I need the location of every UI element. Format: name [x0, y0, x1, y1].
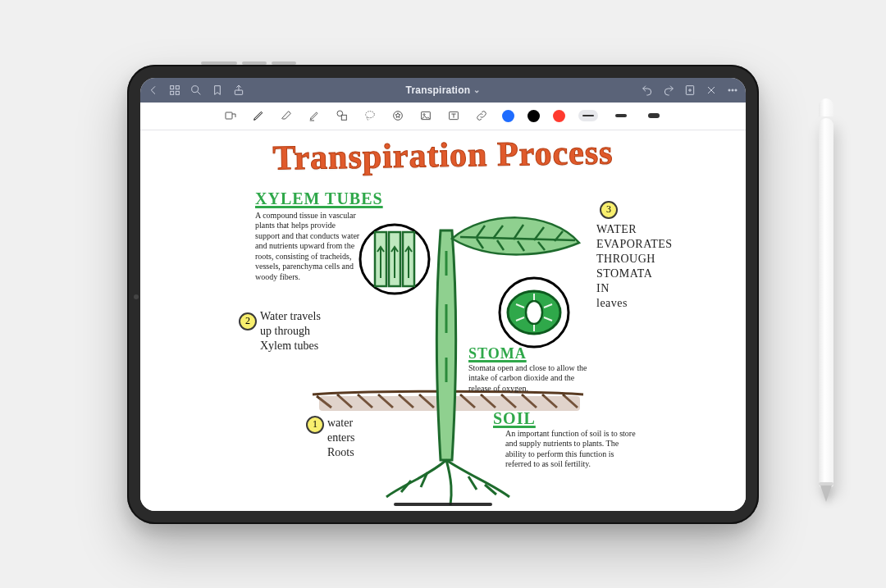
more-icon[interactable]	[726, 84, 739, 97]
stroke-medium[interactable]	[611, 110, 631, 121]
undo-icon[interactable]	[641, 84, 654, 97]
lasso-tool-icon[interactable]	[363, 108, 377, 123]
xylem-heading: XYLEM TUBES	[255, 189, 383, 208]
svg-point-13	[732, 89, 733, 90]
search-icon[interactable]	[190, 84, 203, 97]
svg-rect-6	[235, 90, 242, 94]
step-1-text: water enters Roots	[327, 416, 409, 461]
stoma-body: Stomata open and close to allow the inta…	[468, 363, 591, 394]
step-1-badge: 1	[306, 416, 324, 434]
eraser-tool-icon[interactable]	[279, 108, 294, 123]
back-icon[interactable]	[147, 84, 160, 97]
svg-rect-1	[176, 85, 179, 89]
shape-tool-icon[interactable]	[335, 108, 349, 123]
svg-point-19	[365, 112, 374, 118]
document-title-text: Transpiration	[406, 84, 471, 96]
stroke-thin[interactable]	[578, 110, 598, 121]
note-illustration	[140, 130, 746, 511]
step-3-text: WATER EVAPORATES THROUGH STOMATA IN leav…	[596, 222, 695, 312]
link-tool-icon[interactable]	[474, 108, 489, 123]
color-swatch-black[interactable]	[527, 110, 540, 122]
ipad-device-frame: Transpiration ⌄	[127, 65, 759, 524]
ipad-hardware-buttons	[201, 62, 296, 65]
stroke-thick[interactable]	[644, 110, 664, 121]
grid-icon[interactable]	[168, 84, 181, 97]
step-2-badge: 2	[239, 312, 257, 330]
step-2-text: Water travels up through Xylem tubes	[260, 309, 367, 354]
titlebar: Transpiration ⌄	[140, 78, 746, 103]
apple-pencil	[819, 98, 833, 508]
soil-heading: SOIL	[493, 409, 536, 428]
svg-rect-0	[171, 85, 174, 89]
toolbar	[140, 103, 746, 130]
svg-point-4	[192, 85, 199, 92]
svg-rect-2	[171, 91, 174, 94]
svg-line-5	[198, 92, 200, 94]
svg-point-34	[526, 301, 542, 324]
text-tool-icon[interactable]	[446, 108, 461, 123]
svg-rect-15	[226, 112, 232, 119]
step-1-number: 1	[313, 418, 317, 431]
step-3-badge: 3	[600, 201, 618, 219]
color-swatch-blue[interactable]	[502, 110, 514, 122]
svg-point-14	[735, 89, 737, 90]
share-icon[interactable]	[232, 84, 245, 97]
elements-tool-icon[interactable]	[390, 108, 405, 123]
pen-tool-icon[interactable]	[251, 108, 266, 123]
svg-rect-18	[341, 115, 346, 120]
svg-point-22	[423, 114, 425, 116]
image-tool-icon[interactable]	[418, 108, 433, 123]
close-icon[interactable]	[705, 84, 718, 97]
step-3-number: 3	[606, 203, 611, 216]
document-title[interactable]: Transpiration ⌄	[250, 84, 636, 96]
chevron-down-icon: ⌄	[473, 85, 480, 94]
xylem-body: A compound tissue in vascular plants tha…	[255, 211, 362, 283]
add-page-icon[interactable]	[683, 84, 696, 97]
ipad-front-camera	[134, 294, 139, 299]
redo-icon[interactable]	[662, 84, 675, 97]
app-screen: Transpiration ⌄	[140, 78, 746, 511]
stoma-heading: STOMA	[468, 345, 527, 362]
zoom-tool-icon[interactable]	[223, 108, 238, 123]
color-swatch-red[interactable]	[553, 110, 565, 122]
bookmark-icon[interactable]	[211, 84, 224, 97]
svg-point-12	[728, 89, 730, 90]
step-2-number: 2	[245, 315, 250, 327]
soil-body: An important function of soil is to stor…	[505, 429, 641, 470]
drawing-canvas[interactable]: Transpiration Process	[140, 130, 746, 511]
highlighter-tool-icon[interactable]	[307, 108, 322, 123]
svg-rect-3	[176, 91, 179, 94]
home-indicator[interactable]	[394, 503, 492, 506]
